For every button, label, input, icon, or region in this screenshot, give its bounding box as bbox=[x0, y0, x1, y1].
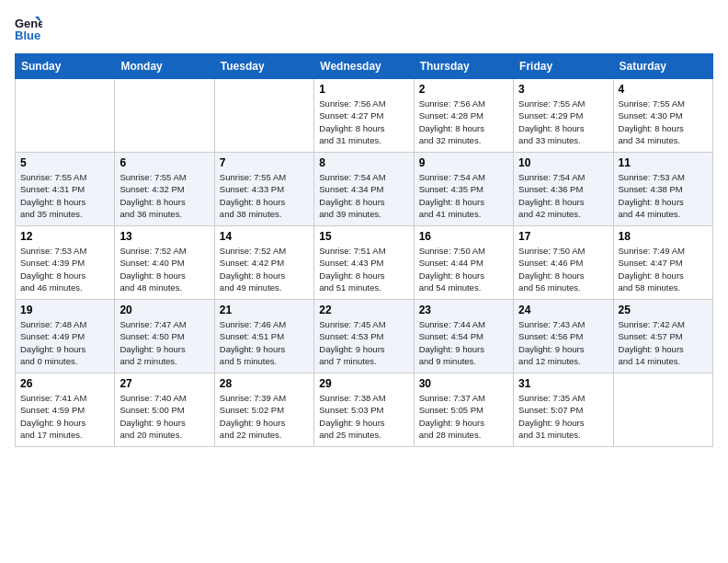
day-number: 20 bbox=[119, 304, 209, 316]
day-number: 16 bbox=[419, 230, 508, 243]
weekday-monday: Monday bbox=[115, 54, 214, 79]
weekday-tuesday: Tuesday bbox=[214, 54, 313, 79]
weekday-thursday: Thursday bbox=[414, 54, 513, 79]
week-row-5: 26Sunrise: 7:41 AM Sunset: 4:59 PM Dayli… bbox=[16, 373, 713, 447]
day-cell: 31Sunrise: 7:35 AM Sunset: 5:07 PM Dayli… bbox=[514, 373, 613, 447]
day-info: Sunrise: 7:55 AM Sunset: 4:31 PM Dayligh… bbox=[20, 171, 109, 220]
day-cell: 12Sunrise: 7:53 AM Sunset: 4:39 PM Dayli… bbox=[16, 226, 115, 300]
day-cell: 4Sunrise: 7:55 AM Sunset: 4:30 PM Daylig… bbox=[613, 79, 712, 153]
day-cell: 18Sunrise: 7:49 AM Sunset: 4:47 PM Dayli… bbox=[613, 226, 712, 300]
day-info: Sunrise: 7:56 AM Sunset: 4:27 PM Dayligh… bbox=[319, 98, 408, 146]
week-row-1: 1Sunrise: 7:56 AM Sunset: 4:27 PM Daylig… bbox=[16, 79, 713, 153]
day-info: Sunrise: 7:46 AM Sunset: 4:51 PM Dayligh… bbox=[220, 318, 309, 367]
day-number: 22 bbox=[319, 304, 408, 316]
day-number: 30 bbox=[419, 377, 508, 390]
day-cell: 25Sunrise: 7:42 AM Sunset: 4:57 PM Dayli… bbox=[613, 300, 712, 373]
logo: General Blue bbox=[15, 15, 46, 42]
day-number: 1 bbox=[319, 83, 408, 96]
day-info: Sunrise: 7:54 AM Sunset: 4:36 PM Dayligh… bbox=[518, 171, 608, 220]
day-cell: 7Sunrise: 7:55 AM Sunset: 4:33 PM Daylig… bbox=[214, 153, 313, 226]
day-info: Sunrise: 7:48 AM Sunset: 4:49 PM Dayligh… bbox=[20, 318, 109, 367]
day-cell: 22Sunrise: 7:45 AM Sunset: 4:53 PM Dayli… bbox=[314, 300, 414, 373]
day-number: 12 bbox=[20, 230, 109, 243]
day-info: Sunrise: 7:52 AM Sunset: 4:42 PM Dayligh… bbox=[220, 245, 309, 293]
day-number: 2 bbox=[419, 83, 508, 96]
day-cell: 10Sunrise: 7:54 AM Sunset: 4:36 PM Dayli… bbox=[514, 153, 613, 226]
day-cell: 24Sunrise: 7:43 AM Sunset: 4:56 PM Dayli… bbox=[514, 300, 613, 373]
day-cell: 5Sunrise: 7:55 AM Sunset: 4:31 PM Daylig… bbox=[16, 153, 115, 226]
day-info: Sunrise: 7:40 AM Sunset: 5:00 PM Dayligh… bbox=[119, 392, 209, 441]
day-info: Sunrise: 7:35 AM Sunset: 5:07 PM Dayligh… bbox=[518, 392, 608, 441]
day-number: 25 bbox=[619, 304, 708, 316]
day-info: Sunrise: 7:43 AM Sunset: 4:56 PM Dayligh… bbox=[518, 318, 608, 367]
day-number: 27 bbox=[119, 377, 209, 390]
day-number: 21 bbox=[220, 304, 309, 316]
day-cell bbox=[115, 79, 214, 153]
day-cell: 23Sunrise: 7:44 AM Sunset: 4:54 PM Dayli… bbox=[414, 300, 513, 373]
weekday-friday: Friday bbox=[514, 54, 613, 79]
day-cell: 30Sunrise: 7:37 AM Sunset: 5:05 PM Dayli… bbox=[414, 373, 513, 447]
logo-icon: General Blue bbox=[15, 15, 42, 42]
day-number: 8 bbox=[319, 156, 408, 169]
day-cell: 21Sunrise: 7:46 AM Sunset: 4:51 PM Dayli… bbox=[214, 300, 313, 373]
day-number: 13 bbox=[119, 230, 209, 243]
day-info: Sunrise: 7:49 AM Sunset: 4:47 PM Dayligh… bbox=[619, 245, 708, 293]
day-number: 24 bbox=[518, 304, 608, 316]
day-cell: 8Sunrise: 7:54 AM Sunset: 4:34 PM Daylig… bbox=[314, 153, 414, 226]
weekday-saturday: Saturday bbox=[613, 54, 712, 79]
day-cell: 11Sunrise: 7:53 AM Sunset: 4:38 PM Dayli… bbox=[613, 153, 712, 226]
day-info: Sunrise: 7:52 AM Sunset: 4:40 PM Dayligh… bbox=[119, 245, 209, 293]
day-cell: 9Sunrise: 7:54 AM Sunset: 4:35 PM Daylig… bbox=[414, 153, 513, 226]
day-number: 18 bbox=[619, 230, 708, 243]
day-number: 6 bbox=[119, 156, 209, 169]
day-info: Sunrise: 7:55 AM Sunset: 4:29 PM Dayligh… bbox=[518, 98, 608, 146]
day-info: Sunrise: 7:37 AM Sunset: 5:05 PM Dayligh… bbox=[419, 392, 508, 441]
day-cell: 26Sunrise: 7:41 AM Sunset: 4:59 PM Dayli… bbox=[16, 373, 115, 447]
day-cell: 2Sunrise: 7:56 AM Sunset: 4:28 PM Daylig… bbox=[414, 79, 513, 153]
day-info: Sunrise: 7:55 AM Sunset: 4:30 PM Dayligh… bbox=[619, 98, 708, 146]
day-number: 26 bbox=[20, 377, 109, 390]
day-cell: 29Sunrise: 7:38 AM Sunset: 5:03 PM Dayli… bbox=[314, 373, 414, 447]
day-info: Sunrise: 7:54 AM Sunset: 4:34 PM Dayligh… bbox=[319, 171, 408, 220]
day-number: 5 bbox=[20, 156, 109, 169]
day-cell: 17Sunrise: 7:50 AM Sunset: 4:46 PM Dayli… bbox=[514, 226, 613, 300]
week-row-2: 5Sunrise: 7:55 AM Sunset: 4:31 PM Daylig… bbox=[16, 153, 713, 226]
day-number: 7 bbox=[220, 156, 309, 169]
day-number: 17 bbox=[518, 230, 608, 243]
day-number: 19 bbox=[20, 304, 109, 316]
day-cell: 19Sunrise: 7:48 AM Sunset: 4:49 PM Dayli… bbox=[16, 300, 115, 373]
day-info: Sunrise: 7:55 AM Sunset: 4:32 PM Dayligh… bbox=[119, 171, 209, 220]
day-cell: 15Sunrise: 7:51 AM Sunset: 4:43 PM Dayli… bbox=[314, 226, 414, 300]
weekday-header-row: SundayMondayTuesdayWednesdayThursdayFrid… bbox=[16, 54, 713, 79]
day-number: 29 bbox=[319, 377, 408, 390]
week-row-3: 12Sunrise: 7:53 AM Sunset: 4:39 PM Dayli… bbox=[16, 226, 713, 300]
weekday-wednesday: Wednesday bbox=[314, 54, 414, 79]
svg-text:Blue: Blue bbox=[15, 29, 40, 42]
day-cell: 3Sunrise: 7:55 AM Sunset: 4:29 PM Daylig… bbox=[514, 79, 613, 153]
calendar-body: 1Sunrise: 7:56 AM Sunset: 4:27 PM Daylig… bbox=[16, 79, 713, 447]
day-cell bbox=[613, 373, 712, 447]
day-cell: 14Sunrise: 7:52 AM Sunset: 4:42 PM Dayli… bbox=[214, 226, 313, 300]
day-info: Sunrise: 7:53 AM Sunset: 4:39 PM Dayligh… bbox=[20, 245, 109, 293]
day-number: 3 bbox=[518, 83, 608, 96]
day-number: 28 bbox=[220, 377, 309, 390]
day-info: Sunrise: 7:45 AM Sunset: 4:53 PM Dayligh… bbox=[319, 318, 408, 367]
day-cell: 20Sunrise: 7:47 AM Sunset: 4:50 PM Dayli… bbox=[115, 300, 214, 373]
day-info: Sunrise: 7:44 AM Sunset: 4:54 PM Dayligh… bbox=[419, 318, 508, 367]
day-cell: 1Sunrise: 7:56 AM Sunset: 4:27 PM Daylig… bbox=[314, 79, 414, 153]
day-info: Sunrise: 7:51 AM Sunset: 4:43 PM Dayligh… bbox=[319, 245, 408, 293]
day-cell bbox=[16, 79, 115, 153]
day-info: Sunrise: 7:50 AM Sunset: 4:44 PM Dayligh… bbox=[419, 245, 508, 293]
day-number: 14 bbox=[220, 230, 309, 243]
day-info: Sunrise: 7:39 AM Sunset: 5:02 PM Dayligh… bbox=[220, 392, 309, 441]
day-info: Sunrise: 7:42 AM Sunset: 4:57 PM Dayligh… bbox=[619, 318, 708, 367]
day-info: Sunrise: 7:38 AM Sunset: 5:03 PM Dayligh… bbox=[319, 392, 408, 441]
day-number: 4 bbox=[619, 83, 708, 96]
day-number: 31 bbox=[518, 377, 608, 390]
day-info: Sunrise: 7:50 AM Sunset: 4:46 PM Dayligh… bbox=[518, 245, 608, 293]
day-cell: 13Sunrise: 7:52 AM Sunset: 4:40 PM Dayli… bbox=[115, 226, 214, 300]
day-cell: 6Sunrise: 7:55 AM Sunset: 4:32 PM Daylig… bbox=[115, 153, 214, 226]
day-number: 15 bbox=[319, 230, 408, 243]
calendar-table: SundayMondayTuesdayWednesdayThursdayFrid… bbox=[15, 53, 713, 447]
day-number: 10 bbox=[518, 156, 608, 169]
